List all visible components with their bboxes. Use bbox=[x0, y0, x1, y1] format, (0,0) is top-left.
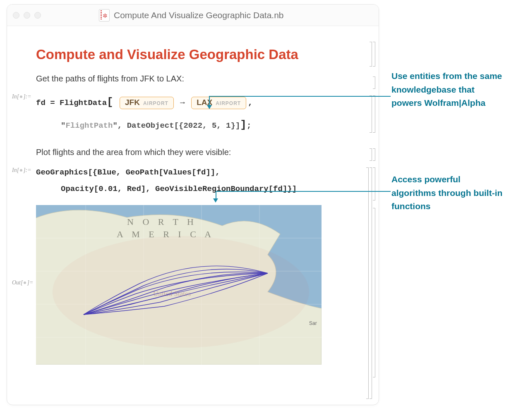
map-label-america: A M E R I C A bbox=[117, 229, 214, 239]
map-label-san: Sar bbox=[309, 320, 317, 326]
annotation-entities: Use entities from the same knowledgebase… bbox=[391, 69, 507, 110]
titlebar: ✲ Compute And Visualize Geographic Data.… bbox=[7, 5, 379, 26]
window-controls bbox=[13, 12, 41, 19]
input-cell-1[interactable]: In[]:= fd = FlightData[ JFK AIRPORT → LA… bbox=[36, 91, 370, 136]
annotation-algorithms: Access powerful algorithms through built… bbox=[391, 173, 507, 213]
annotation-arrow-2 bbox=[213, 198, 218, 203]
entity-lax[interactable]: LAX AIRPORT bbox=[191, 97, 246, 109]
window-title: Compute And Visualize Geographic Data.nb bbox=[114, 10, 284, 20]
out-label: Out[]= bbox=[12, 279, 33, 286]
in-label: In[]:= bbox=[12, 93, 31, 100]
spikey-icon: ✲ bbox=[103, 12, 108, 19]
in-label: In[]:= bbox=[12, 167, 31, 174]
text-cell-1: Get the paths of flights from JFK to LAX… bbox=[36, 74, 370, 84]
minimize-button[interactable] bbox=[24, 12, 30, 19]
close-button[interactable] bbox=[13, 12, 19, 19]
output-cell: Out[]= bbox=[36, 205, 370, 365]
input-cell-2[interactable]: In[]:= GeoGraphics[{Blue, GeoPath[Values… bbox=[36, 165, 370, 198]
notebook-body: Compute and Visualize Geographic Data Ge… bbox=[7, 26, 379, 405]
map-label-us: United States bbox=[153, 290, 191, 298]
geo-graphics-output: N O R T H A M E R I C A United States Sa… bbox=[36, 205, 322, 365]
map-label-north: N O R T H bbox=[127, 217, 197, 227]
zoom-button[interactable] bbox=[34, 12, 41, 19]
annotation-line-1 bbox=[209, 96, 391, 97]
notebook-file-icon: ✲ bbox=[99, 9, 110, 21]
notebook-window: ✲ Compute And Visualize Geographic Data.… bbox=[7, 4, 379, 405]
annotation-line-2 bbox=[216, 191, 391, 192]
entity-jfk[interactable]: JFK AIRPORT bbox=[120, 97, 174, 109]
section-heading: Compute and Visualize Geographic Data bbox=[36, 47, 370, 62]
text-cell-2: Plot flights and the area from which the… bbox=[36, 148, 370, 157]
